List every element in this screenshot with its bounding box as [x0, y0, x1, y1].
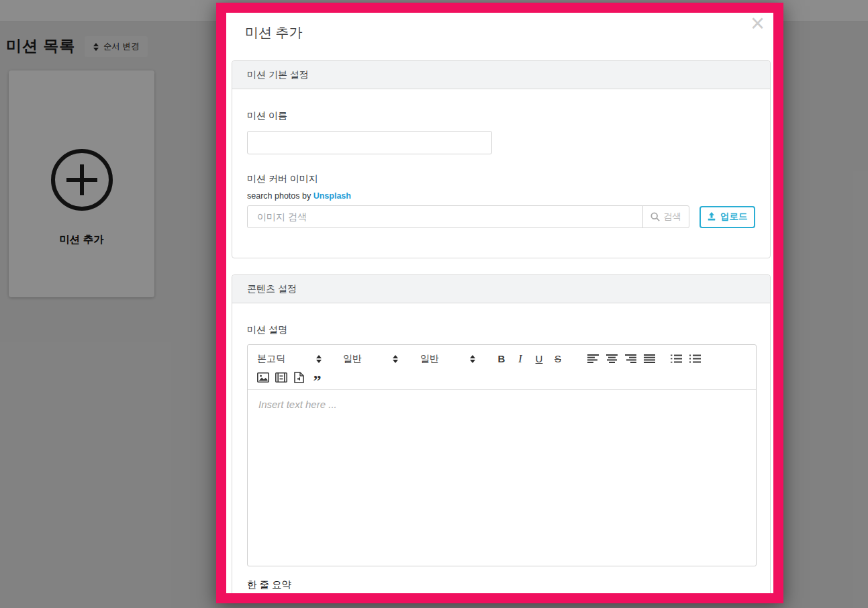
align-left-icon — [587, 354, 599, 363]
ordered-list-icon — [671, 354, 682, 363]
cover-image-label: 미션 커버 이미지 — [247, 173, 755, 185]
one-line-summary-label: 한 줄 요약 — [247, 578, 755, 591]
mission-name-label: 미션 이름 — [247, 110, 755, 122]
align-justify-icon — [644, 354, 655, 363]
dropdown-caret-icon — [393, 355, 398, 363]
dropdown-caret-icon — [316, 355, 322, 363]
content-settings-section: 콘텐츠 설정 미션 설명 본고딕 일반 — [232, 274, 771, 593]
font-size-dropdown[interactable]: 일반 — [343, 349, 398, 368]
underline-button[interactable]: U — [530, 349, 548, 368]
insert-audio-file-icon — [294, 372, 304, 383]
align-center-button[interactable] — [602, 349, 621, 368]
toolbar-row-2: ” — [257, 369, 746, 386]
rich-text-editor: 본고딕 일반 일반 — [247, 344, 757, 566]
list-button-group — [667, 349, 704, 368]
screen: 미션 목록 순서 변경 미션 추가 미션 추가 × 미션 기본 설정 미션 이름… — [0, 0, 868, 608]
unsplash-prefix: search photos by — [247, 191, 314, 201]
search-icon — [650, 212, 660, 221]
insert-audio-file-button[interactable] — [290, 369, 308, 386]
line-height-dropdown[interactable]: 일반 — [420, 349, 475, 368]
align-center-icon — [606, 354, 618, 363]
image-search-row: 검색 업로드 — [247, 205, 755, 228]
insert-image-button[interactable] — [254, 369, 272, 386]
align-justify-button[interactable] — [640, 349, 659, 368]
strikethrough-button[interactable]: S — [548, 349, 567, 368]
image-search-button[interactable]: 검색 — [642, 205, 689, 228]
dropdown-caret-icon — [470, 355, 475, 363]
unsplash-credit-line: search photos by Unsplash — [247, 191, 755, 201]
upload-button[interactable]: 업로드 — [700, 206, 755, 228]
align-right-icon — [625, 354, 636, 363]
unordered-list-icon — [689, 354, 701, 363]
font-name-dropdown-label: 본고딕 — [257, 353, 285, 365]
add-mission-modal: 미션 추가 × 미션 기본 설정 미션 이름 미션 커버 이미지 search … — [226, 13, 773, 593]
insert-video-icon — [275, 372, 287, 383]
align-left-button[interactable] — [583, 349, 602, 368]
align-button-group — [583, 349, 659, 368]
modal-title: 미션 추가 — [245, 23, 303, 42]
image-search-input[interactable] — [247, 205, 643, 228]
bold-button[interactable]: B — [492, 349, 511, 368]
editor-toolbar: 본고딕 일반 일반 — [248, 345, 756, 390]
mission-name-input[interactable] — [247, 131, 492, 154]
content-settings-header: 콘텐츠 설정 — [232, 275, 770, 303]
ordered-list-button[interactable] — [667, 349, 685, 368]
upload-icon — [707, 212, 716, 221]
highlight-outline: 미션 추가 × 미션 기본 설정 미션 이름 미션 커버 이미지 search … — [216, 3, 783, 603]
basic-settings-section: 미션 기본 설정 미션 이름 미션 커버 이미지 search photos b… — [232, 60, 771, 258]
mission-description-label: 미션 설명 — [247, 324, 755, 336]
font-size-dropdown-label: 일반 — [343, 353, 362, 365]
blockquote-button[interactable]: ” — [308, 369, 326, 386]
align-right-button[interactable] — [621, 349, 640, 368]
toolbar-row-1: 본고딕 일반 일반 — [257, 349, 746, 368]
font-name-dropdown[interactable]: 본고딕 — [257, 349, 322, 368]
upload-button-label: 업로드 — [720, 211, 748, 223]
insert-image-icon — [257, 372, 269, 383]
unsplash-link[interactable]: Unsplash — [314, 191, 351, 201]
italic-button[interactable]: I — [511, 349, 530, 368]
insert-video-button[interactable] — [272, 369, 290, 386]
editor-text-area[interactable]: Insert text here ... — [248, 390, 756, 566]
line-height-dropdown-label: 일반 — [420, 353, 439, 365]
close-icon[interactable]: × — [751, 13, 765, 36]
image-search-button-label: 검색 — [663, 211, 681, 223]
unordered-list-button[interactable] — [685, 349, 704, 368]
basic-settings-header: 미션 기본 설정 — [232, 61, 770, 89]
